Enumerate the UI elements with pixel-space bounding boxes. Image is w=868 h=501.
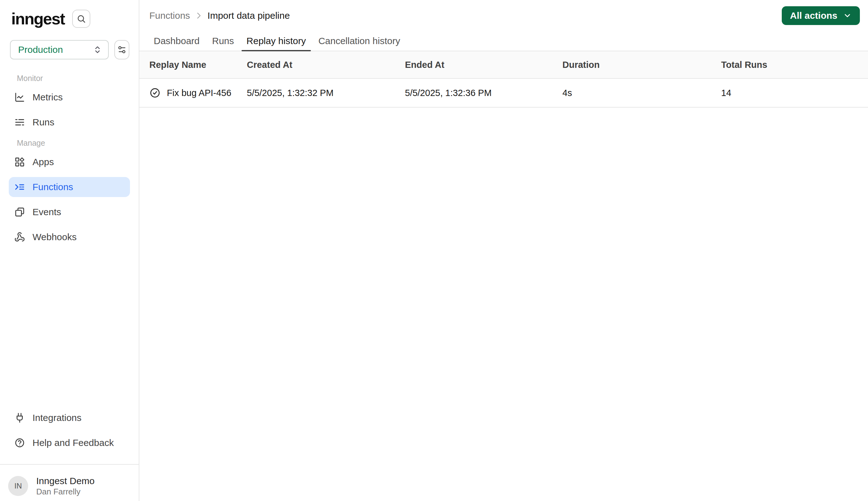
user-texts: Inngest Demo Dan Farrelly — [36, 475, 95, 497]
environment-select[interactable]: Production — [10, 40, 109, 60]
replay-name-cell: Fix bug API-456 — [149, 87, 247, 98]
breadcrumb-current-page: Import data pipeline — [208, 10, 290, 21]
sidebar-item-label: Metrics — [33, 92, 63, 103]
main-header: Functions Import data pipeline All actio… — [139, 0, 868, 31]
tab-replay-history[interactable]: Replay history — [240, 31, 312, 51]
sidebar-item-label: Runs — [33, 117, 54, 128]
webhook-icon — [14, 232, 25, 242]
breadcrumb: Functions Import data pipeline — [149, 10, 290, 21]
environment-row: Production — [0, 28, 139, 60]
column-header-total-runs: Total Runs — [721, 60, 868, 70]
user-org-name: Inngest Demo — [36, 475, 95, 487]
apps-grid-icon — [14, 157, 25, 167]
sidebar-item-label: Help and Feedback — [33, 438, 114, 448]
sidebar-item-integrations[interactable]: Integrations — [9, 408, 130, 428]
column-header-duration: Duration — [562, 60, 721, 70]
sidebar-footer: Integrations Help and Feedback — [0, 408, 139, 458]
env-settings-icon — [117, 45, 127, 54]
functions-list-icon — [14, 182, 25, 192]
created-at-cell: 5/5/2025, 1:32:32 PM — [247, 88, 405, 98]
column-header-replay-name: Replay Name — [149, 60, 247, 70]
sidebar-item-label: Apps — [33, 157, 54, 167]
function-tabs: Dashboard Runs Replay history Cancellati… — [139, 31, 868, 51]
breadcrumb-functions-link[interactable]: Functions — [149, 10, 190, 21]
search-icon — [77, 14, 86, 23]
sidebar-item-events[interactable]: Events — [9, 202, 130, 222]
all-actions-label: All actions — [790, 10, 837, 21]
sidebar-spacer — [0, 252, 139, 408]
user-display-name: Dan Farrelly — [36, 487, 95, 497]
column-header-ended-at: Ended At — [405, 60, 562, 70]
chevron-down-icon — [843, 11, 852, 20]
sidebar-item-help-feedback[interactable]: Help and Feedback — [9, 433, 130, 453]
table-header-row: Replay Name Created At Ended At Duration… — [139, 51, 868, 79]
sidebar-item-label: Events — [33, 207, 61, 217]
tab-dashboard[interactable]: Dashboard — [147, 31, 206, 51]
environment-settings-button[interactable] — [114, 40, 129, 60]
inngest-app: inngest Production Monitor — [0, 0, 868, 501]
replay-name: Fix bug API-456 — [167, 88, 231, 98]
sidebar-item-metrics[interactable]: Metrics — [9, 87, 130, 107]
chevron-right-icon — [194, 11, 203, 20]
help-circle-icon — [14, 438, 25, 448]
nav-section-monitor: Monitor — [17, 74, 130, 83]
replay-history-table: Replay Name Created At Ended At Duration… — [139, 51, 868, 108]
tab-cancellation-history[interactable]: Cancellation history — [312, 31, 407, 51]
environment-selected-value: Production — [18, 44, 63, 55]
sidebar-item-label: Integrations — [33, 413, 81, 423]
plug-icon — [14, 413, 25, 423]
duration-cell: 4s — [562, 88, 721, 98]
logo-row: inngest — [0, 0, 139, 28]
check-circle-icon — [149, 87, 161, 98]
user-menu[interactable]: IN Inngest Demo Dan Farrelly — [0, 464, 139, 501]
runs-list-icon — [14, 117, 25, 128]
chevrons-up-down-icon — [93, 45, 102, 54]
nav-section-manage: Manage — [17, 139, 130, 148]
inngest-logo: inngest — [11, 9, 65, 28]
ended-at-cell: 5/5/2025, 1:32:36 PM — [405, 88, 562, 98]
chart-line-icon — [14, 92, 25, 103]
sidebar-item-label: Webhooks — [33, 232, 77, 242]
tab-runs[interactable]: Runs — [206, 31, 240, 51]
events-windows-icon — [14, 207, 25, 217]
column-header-created-at: Created At — [247, 60, 405, 70]
sidebar-item-functions[interactable]: Functions — [9, 177, 130, 197]
all-actions-button[interactable]: All actions — [782, 6, 860, 25]
avatar: IN — [8, 476, 28, 496]
sidebar-nav: Monitor Metrics Runs Manage Apps — [0, 60, 139, 252]
sidebar-item-apps[interactable]: Apps — [9, 152, 130, 172]
table-row[interactable]: Fix bug API-456 5/5/2025, 1:32:32 PM 5/5… — [139, 79, 868, 108]
sidebar-item-label: Functions — [33, 182, 73, 192]
total-runs-cell: 14 — [721, 88, 868, 98]
sidebar-item-runs[interactable]: Runs — [9, 112, 130, 132]
main-content: Functions Import data pipeline All actio… — [139, 0, 868, 501]
search-button[interactable] — [72, 10, 90, 28]
sidebar-item-webhooks[interactable]: Webhooks — [9, 227, 130, 247]
sidebar: inngest Production Monitor — [0, 0, 139, 501]
